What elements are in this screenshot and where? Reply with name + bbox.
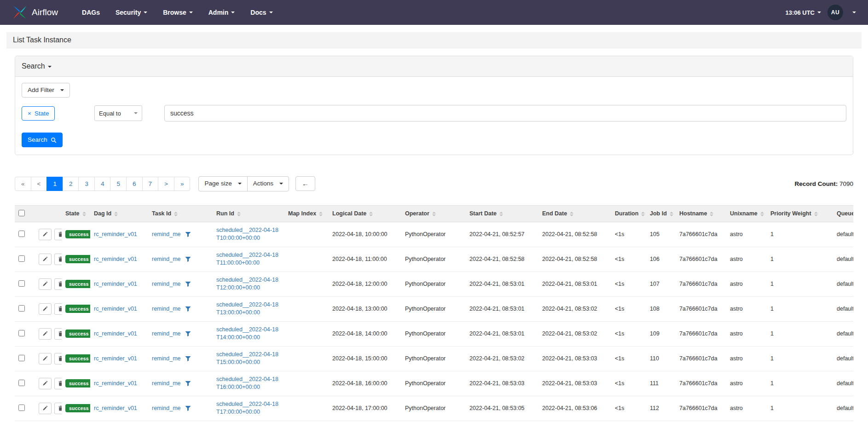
edit-button[interactable] bbox=[39, 254, 52, 265]
row-checkbox[interactable] bbox=[18, 380, 25, 386]
filter-funnel-icon[interactable] bbox=[185, 306, 191, 312]
edit-button[interactable] bbox=[39, 378, 52, 389]
dag-id-link[interactable]: rc_reminder_v01 bbox=[94, 281, 137, 287]
dag-id-link[interactable]: rc_reminder_v01 bbox=[94, 405, 137, 411]
run-id-link[interactable]: scheduled__2022-04-18T12:00:00+00:00 bbox=[216, 277, 278, 291]
brand-title[interactable]: Airflow bbox=[32, 7, 58, 17]
task-id-link[interactable]: remind_me bbox=[152, 355, 181, 362]
filter-operator-select[interactable]: Equal to bbox=[94, 105, 142, 121]
column-header-run-id[interactable]: Run Id bbox=[213, 205, 284, 222]
filter-funnel-icon[interactable] bbox=[185, 231, 191, 237]
run-id-link[interactable]: scheduled__2022-04-18T16:00:00+00:00 bbox=[216, 376, 278, 391]
column-header-state[interactable]: State bbox=[62, 205, 90, 222]
run-id-link[interactable]: scheduled__2022-04-18T17:00:00+00:00 bbox=[216, 401, 278, 416]
filter-funnel-icon[interactable] bbox=[185, 331, 191, 337]
run-id-link[interactable]: scheduled__2022-04-18T13:00:00+00:00 bbox=[216, 301, 278, 316]
task-id-link[interactable]: remind_me bbox=[152, 380, 181, 387]
run-id-link[interactable]: scheduled__2022-04-18T15:00:00+00:00 bbox=[216, 351, 278, 366]
delete-button[interactable] bbox=[54, 378, 62, 389]
nav-item-docs[interactable]: Docs bbox=[250, 9, 272, 16]
nav-item-admin[interactable]: Admin bbox=[208, 9, 235, 16]
delete-button[interactable] bbox=[54, 229, 62, 240]
row-checkbox[interactable] bbox=[18, 231, 25, 237]
dag-id-link[interactable]: rc_reminder_v01 bbox=[94, 355, 137, 362]
edit-button[interactable] bbox=[39, 278, 52, 290]
column-header-dag-id[interactable]: Dag Id bbox=[90, 205, 148, 222]
row-checkbox[interactable] bbox=[18, 305, 25, 312]
task-id-link[interactable]: remind_me bbox=[152, 405, 181, 411]
edit-button[interactable] bbox=[39, 328, 52, 340]
add-filter-button[interactable]: Add Filter bbox=[22, 83, 70, 98]
filter-value-input[interactable] bbox=[164, 105, 846, 121]
filter-funnel-icon[interactable] bbox=[185, 381, 191, 387]
delete-button[interactable] bbox=[54, 278, 62, 290]
row-checkbox[interactable] bbox=[18, 330, 25, 336]
page-link[interactable]: 4 bbox=[95, 177, 110, 191]
filter-funnel-icon[interactable] bbox=[185, 356, 191, 362]
nav-item-dags[interactable]: DAGs bbox=[82, 9, 100, 16]
user-menu-caret-icon[interactable] bbox=[852, 12, 856, 13]
column-header-queue[interactable]: Queue bbox=[833, 205, 853, 222]
row-checkbox[interactable] bbox=[18, 255, 25, 262]
filter-funnel-icon[interactable] bbox=[185, 281, 191, 287]
dag-id-link[interactable]: rc_reminder_v01 bbox=[94, 231, 137, 237]
page-link[interactable]: 6 bbox=[127, 177, 142, 191]
row-checkbox[interactable] bbox=[18, 405, 25, 411]
row-checkbox[interactable] bbox=[18, 355, 25, 361]
edit-button[interactable] bbox=[39, 303, 52, 315]
page-link[interactable]: « bbox=[15, 177, 31, 191]
page-link[interactable]: 5 bbox=[110, 177, 126, 191]
nav-item-security[interactable]: Security bbox=[116, 9, 147, 16]
delete-button[interactable] bbox=[54, 328, 62, 340]
page-link[interactable]: > bbox=[158, 177, 174, 191]
airflow-logo-icon[interactable] bbox=[12, 5, 28, 20]
delete-button[interactable] bbox=[54, 303, 62, 315]
page-link[interactable]: 7 bbox=[143, 177, 158, 191]
task-id-link[interactable]: remind_me bbox=[152, 256, 181, 262]
back-button[interactable]: ← bbox=[295, 176, 315, 191]
page-link[interactable]: 3 bbox=[79, 177, 94, 191]
clock-menu[interactable]: 13:06 UTC bbox=[785, 9, 821, 16]
column-header-map-index[interactable]: Map Index bbox=[284, 205, 329, 222]
actions-button[interactable]: Actions bbox=[247, 176, 289, 191]
filter-funnel-icon[interactable] bbox=[185, 256, 191, 262]
column-header-start-date[interactable]: Start Date bbox=[466, 205, 538, 222]
task-id-link[interactable]: remind_me bbox=[152, 231, 181, 237]
column-header-hostname[interactable]: Hostname bbox=[676, 205, 726, 222]
dag-id-link[interactable]: rc_reminder_v01 bbox=[94, 256, 137, 262]
search-panel-header[interactable]: Search bbox=[15, 56, 853, 77]
task-id-link[interactable]: remind_me bbox=[152, 306, 181, 312]
task-id-link[interactable]: remind_me bbox=[152, 281, 181, 287]
column-header-job-id[interactable]: Job Id bbox=[646, 205, 676, 222]
column-header-duration[interactable]: Duration bbox=[611, 205, 646, 222]
user-avatar[interactable]: AU bbox=[827, 5, 843, 20]
delete-button[interactable] bbox=[54, 403, 62, 414]
filter-funnel-icon[interactable] bbox=[185, 405, 191, 411]
page-link[interactable]: 1 bbox=[47, 177, 63, 191]
column-header-operator[interactable]: Operator bbox=[401, 205, 466, 222]
delete-button[interactable] bbox=[54, 353, 62, 364]
edit-button[interactable] bbox=[39, 353, 52, 364]
dag-id-link[interactable]: rc_reminder_v01 bbox=[94, 330, 137, 337]
search-button[interactable]: Search bbox=[22, 133, 63, 147]
run-id-link[interactable]: scheduled__2022-04-18T11:00:00+00:00 bbox=[216, 252, 278, 266]
dag-id-link[interactable]: rc_reminder_v01 bbox=[94, 306, 137, 312]
page-size-button[interactable]: Page size bbox=[198, 176, 247, 191]
edit-button[interactable] bbox=[39, 229, 52, 240]
edit-button[interactable] bbox=[39, 403, 52, 414]
row-checkbox[interactable] bbox=[18, 280, 25, 287]
delete-button[interactable] bbox=[54, 254, 62, 265]
column-header-priority-weight[interactable]: Priority Weight bbox=[767, 205, 833, 222]
task-id-link[interactable]: remind_me bbox=[152, 330, 181, 337]
page-link[interactable]: 2 bbox=[63, 177, 79, 191]
remove-state-filter-button[interactable]: × State bbox=[22, 106, 55, 121]
dag-id-link[interactable]: rc_reminder_v01 bbox=[94, 380, 137, 387]
column-header-unixname[interactable]: Unixname bbox=[726, 205, 767, 222]
page-link[interactable]: < bbox=[31, 177, 47, 191]
select-all-checkbox[interactable] bbox=[18, 210, 25, 216]
column-header-end-date[interactable]: End Date bbox=[538, 205, 611, 222]
run-id-link[interactable]: scheduled__2022-04-18T10:00:00+00:00 bbox=[216, 227, 278, 242]
run-id-link[interactable]: scheduled__2022-04-18T14:00:00+00:00 bbox=[216, 326, 278, 341]
column-header-logical-date[interactable]: Logical Date bbox=[329, 205, 401, 222]
nav-item-browse[interactable]: Browse bbox=[163, 9, 193, 16]
